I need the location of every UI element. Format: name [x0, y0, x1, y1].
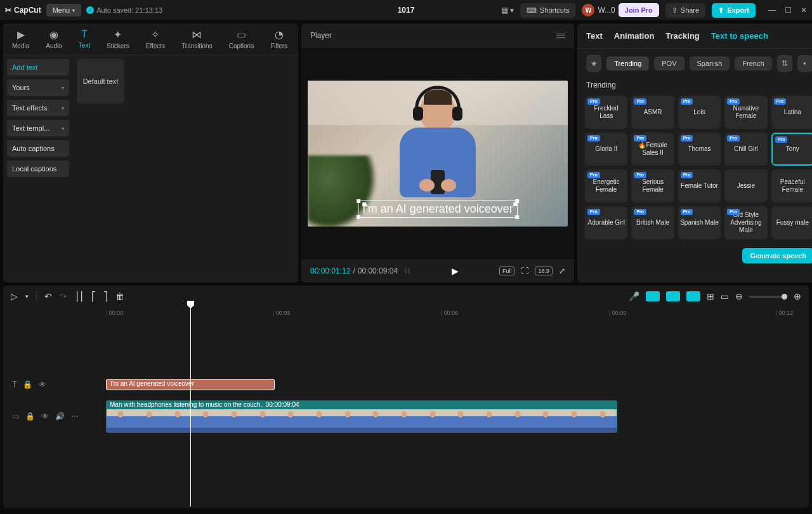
more-icon[interactable]: ⋯ [71, 412, 79, 421]
close-icon[interactable]: ✕ [801, 6, 807, 15]
default-text-preset[interactable]: Default text [77, 59, 124, 103]
tab-audio[interactable]: ◉Audio [43, 27, 65, 51]
voice-energetic-female[interactable]: ProEnergetic Female [585, 169, 627, 202]
voice-gloria-ii[interactable]: ProGloria II [585, 133, 627, 166]
preview-icon[interactable]: ▭ [721, 291, 729, 301]
share-button[interactable]: ⇪Share [665, 3, 705, 18]
voice-adorable-girl[interactable]: ProAdorable Girl [585, 206, 627, 239]
preview-area[interactable]: I'm an AI generated voiceover ⟳ [301, 48, 574, 260]
mic-icon[interactable]: 🎤 [629, 291, 639, 301]
favorite-filter-icon[interactable]: ★ [586, 55, 601, 72]
voice-fussy-male[interactable]: Fussy male [771, 206, 812, 239]
tab-transitions[interactable]: ⋈Transitions [179, 27, 215, 51]
ratio-badge[interactable]: 16:9 [535, 267, 553, 275]
fullscreen-icon[interactable]: ⤢ [559, 267, 565, 275]
avatar[interactable]: W [582, 4, 594, 16]
zoom-slider[interactable] [749, 296, 787, 298]
resize-handle[interactable] [515, 215, 519, 219]
menu-button[interactable]: Menu▾ [46, 4, 82, 16]
filter-trending[interactable]: Trending [606, 56, 649, 70]
resize-handle[interactable] [357, 199, 360, 203]
layout-icon[interactable]: ▦ ▾ [501, 6, 514, 15]
redo-icon[interactable]: ↷ [60, 291, 67, 301]
voice-peaceful-female[interactable]: Peaceful Female [771, 169, 812, 202]
voice-old-style-advertising-male[interactable]: ProOld Style Advertising Male [724, 206, 767, 239]
inspector-tab-tracking[interactable]: Tracking [665, 31, 699, 41]
align-icon[interactable]: ⊞ [707, 291, 714, 301]
zoom-in-icon[interactable]: ⊕ [794, 291, 801, 301]
tab-captions[interactable]: ▭Captions [226, 27, 256, 51]
cursor-icon[interactable]: ▷ [11, 291, 18, 301]
voice-british-male[interactable]: ProBritish Male [631, 206, 674, 239]
player-menu-icon[interactable] [556, 34, 565, 38]
voice-asmr[interactable]: ProASMR [631, 96, 674, 129]
tab-effects[interactable]: ✧Effects [143, 27, 167, 51]
chevron-down-icon[interactable]: ▾ [797, 55, 812, 72]
join-pro-button[interactable]: Join Pro [619, 3, 659, 17]
app-logo: ✂ CapCut [5, 6, 41, 15]
tab-filters[interactable]: ◔Filters [268, 27, 290, 51]
voice-thomas[interactable]: ProThomas [678, 133, 721, 166]
timeline[interactable]: | 00:00| 00:03| 00:06| 00:09| 00:12 T 🔒 … [3, 307, 809, 508]
minimize-icon[interactable]: ― [768, 6, 776, 15]
trim-right-icon[interactable]: ⎤ [103, 291, 108, 301]
play-button[interactable]: ▶ [452, 266, 459, 276]
export-button[interactable]: ⬆Export [712, 3, 756, 18]
voice-tony[interactable]: ProTony [771, 133, 812, 166]
delete-icon[interactable]: 🗑 [115, 291, 124, 301]
voice-jessie[interactable]: Jessie [724, 169, 767, 202]
video-clip[interactable]: Man with headphones listening to music o… [106, 400, 617, 433]
voice-narrative-female[interactable]: ProNarrative Female [724, 96, 767, 129]
voice-serious-female[interactable]: ProSerious Female [631, 169, 674, 202]
lock-icon[interactable]: 🔒 [25, 412, 35, 421]
sidebar-auto-captions[interactable]: Auto captions [7, 140, 69, 157]
zoom-out-icon[interactable]: ⊖ [735, 291, 743, 301]
sidebar-text-effects[interactable]: Text effects▾ [7, 100, 69, 116]
link-toggle[interactable] [686, 291, 700, 301]
eq-icon[interactable]: ⦀⦀ [404, 267, 410, 275]
maximize-icon[interactable]: ☐ [785, 6, 792, 15]
sidebar-add-text[interactable]: Add text [7, 59, 69, 76]
sidebar-text-templates[interactable]: Text templ...▾ [7, 120, 69, 136]
text-overlay[interactable]: I'm an AI generated voiceover ⟳ [358, 201, 518, 218]
tab-text[interactable]: TText [76, 27, 93, 51]
voice-freckled-lass[interactable]: ProFreckled Lass [585, 96, 627, 129]
filter-spanish[interactable]: Spanish [690, 56, 730, 70]
split-icon[interactable]: ⎮⎮ [75, 291, 84, 301]
tab-media[interactable]: ▶Media [10, 27, 32, 51]
shortcuts-button[interactable]: ⌨Shortcuts [520, 3, 575, 18]
sort-icon[interactable]: ⇅ [777, 55, 792, 72]
voice-spanish-male[interactable]: ProSpanish Male [678, 206, 721, 239]
inspector-tab-animation[interactable]: Animation [614, 31, 655, 41]
magnet-toggle[interactable] [646, 291, 660, 301]
sidebar-yours[interactable]: Yours▾ [7, 79, 69, 96]
voice-latina[interactable]: ProLatina [771, 96, 812, 129]
generate-speech-button[interactable]: Generate speech [742, 248, 812, 263]
eye-icon[interactable]: 👁 [39, 380, 46, 389]
mute-icon[interactable]: 🔊 [55, 412, 65, 421]
resize-handle[interactable] [515, 199, 519, 203]
filter-pov[interactable]: POV [654, 56, 684, 70]
inspector-tab-text-to-speech[interactable]: Text to speech [711, 31, 768, 41]
trim-left-icon[interactable]: ⎡ [91, 291, 96, 301]
time-ruler[interactable]: | 00:00| 00:03| 00:06| 00:09| 00:12 [3, 307, 809, 320]
undo-icon[interactable]: ↶ [44, 291, 52, 301]
inspector-tab-text[interactable]: Text [586, 31, 603, 41]
eye-icon[interactable]: 👁 [41, 412, 49, 421]
playhead[interactable] [190, 306, 191, 506]
snap-toggle[interactable] [666, 291, 680, 301]
voice-chill-girl[interactable]: ProChill Girl [724, 133, 767, 166]
quality-badge[interactable]: Full [499, 267, 515, 275]
voice--female-sales-ii[interactable]: Pro🔥Female Sales II [631, 133, 674, 166]
sidebar-local-captions[interactable]: Local captions [7, 161, 69, 177]
captions-icon: ▭ [237, 29, 246, 41]
voice-female-tutor[interactable]: ProFemale Tutor [678, 169, 721, 202]
filter-french[interactable]: French [735, 56, 771, 70]
pro-badge: Pro [775, 136, 788, 143]
resize-handle[interactable] [357, 215, 360, 219]
crop-icon[interactable]: ⛶ [521, 267, 528, 275]
voice-lois[interactable]: ProLois [678, 96, 721, 129]
tab-stickers[interactable]: ✦Stickers [104, 27, 132, 51]
chevron-down-icon[interactable]: ▾ [25, 293, 29, 300]
lock-icon[interactable]: 🔒 [23, 380, 32, 389]
